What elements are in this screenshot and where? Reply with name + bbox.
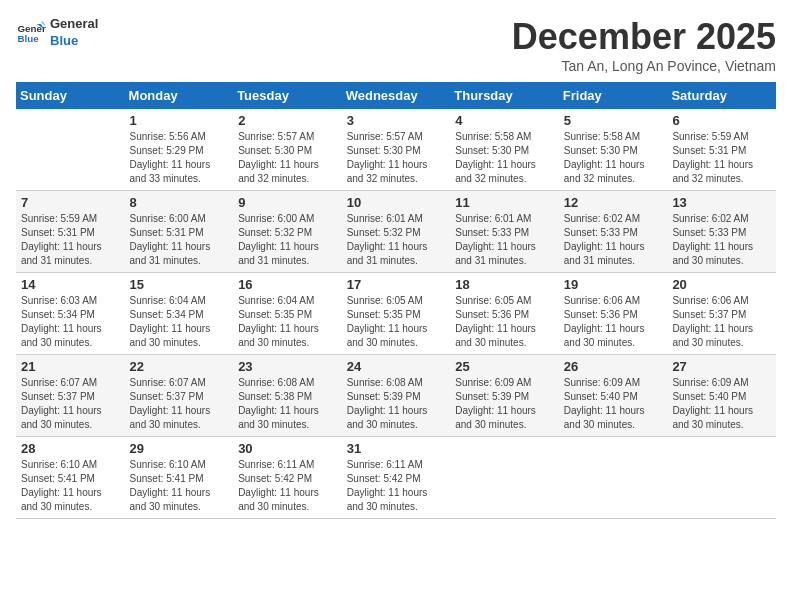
- day-number: 23: [238, 359, 337, 374]
- day-cell: 19Sunrise: 6:06 AM Sunset: 5:36 PM Dayli…: [559, 273, 668, 355]
- day-cell: 4Sunrise: 5:58 AM Sunset: 5:30 PM Daylig…: [450, 109, 559, 191]
- day-info: Sunrise: 6:11 AM Sunset: 5:42 PM Dayligh…: [347, 458, 446, 514]
- day-cell: 14Sunrise: 6:03 AM Sunset: 5:34 PM Dayli…: [16, 273, 125, 355]
- day-number: 28: [21, 441, 120, 456]
- day-cell: 6Sunrise: 5:59 AM Sunset: 5:31 PM Daylig…: [667, 109, 776, 191]
- day-info: Sunrise: 6:06 AM Sunset: 5:36 PM Dayligh…: [564, 294, 663, 350]
- day-number: 8: [130, 195, 229, 210]
- calendar-subtitle: Tan An, Long An Povince, Vietnam: [512, 58, 776, 74]
- logo-icon: General Blue: [16, 18, 46, 48]
- week-row-1: 1Sunrise: 5:56 AM Sunset: 5:29 PM Daylig…: [16, 109, 776, 191]
- day-number: 31: [347, 441, 446, 456]
- day-info: Sunrise: 6:01 AM Sunset: 5:33 PM Dayligh…: [455, 212, 554, 268]
- calendar-table: SundayMondayTuesdayWednesdayThursdayFrid…: [16, 82, 776, 519]
- day-cell: 13Sunrise: 6:02 AM Sunset: 5:33 PM Dayli…: [667, 191, 776, 273]
- day-info: Sunrise: 6:02 AM Sunset: 5:33 PM Dayligh…: [672, 212, 771, 268]
- day-number: 5: [564, 113, 663, 128]
- day-cell: [16, 109, 125, 191]
- day-number: 30: [238, 441, 337, 456]
- day-info: Sunrise: 6:05 AM Sunset: 5:36 PM Dayligh…: [455, 294, 554, 350]
- title-block: December 2025 Tan An, Long An Povince, V…: [512, 16, 776, 74]
- weekday-friday: Friday: [559, 82, 668, 109]
- day-number: 4: [455, 113, 554, 128]
- day-info: Sunrise: 6:04 AM Sunset: 5:34 PM Dayligh…: [130, 294, 229, 350]
- day-cell: 31Sunrise: 6:11 AM Sunset: 5:42 PM Dayli…: [342, 437, 451, 519]
- day-cell: 16Sunrise: 6:04 AM Sunset: 5:35 PM Dayli…: [233, 273, 342, 355]
- day-number: 24: [347, 359, 446, 374]
- day-info: Sunrise: 6:03 AM Sunset: 5:34 PM Dayligh…: [21, 294, 120, 350]
- day-cell: 21Sunrise: 6:07 AM Sunset: 5:37 PM Dayli…: [16, 355, 125, 437]
- day-info: Sunrise: 6:08 AM Sunset: 5:39 PM Dayligh…: [347, 376, 446, 432]
- day-info: Sunrise: 6:04 AM Sunset: 5:35 PM Dayligh…: [238, 294, 337, 350]
- week-row-4: 21Sunrise: 6:07 AM Sunset: 5:37 PM Dayli…: [16, 355, 776, 437]
- weekday-monday: Monday: [125, 82, 234, 109]
- day-info: Sunrise: 6:09 AM Sunset: 5:39 PM Dayligh…: [455, 376, 554, 432]
- day-info: Sunrise: 6:07 AM Sunset: 5:37 PM Dayligh…: [130, 376, 229, 432]
- weekday-thursday: Thursday: [450, 82, 559, 109]
- day-info: Sunrise: 5:59 AM Sunset: 5:31 PM Dayligh…: [672, 130, 771, 186]
- day-number: 21: [21, 359, 120, 374]
- day-number: 1: [130, 113, 229, 128]
- day-number: 14: [21, 277, 120, 292]
- day-info: Sunrise: 6:10 AM Sunset: 5:41 PM Dayligh…: [21, 458, 120, 514]
- day-cell: 5Sunrise: 5:58 AM Sunset: 5:30 PM Daylig…: [559, 109, 668, 191]
- day-info: Sunrise: 6:05 AM Sunset: 5:35 PM Dayligh…: [347, 294, 446, 350]
- day-cell: 25Sunrise: 6:09 AM Sunset: 5:39 PM Dayli…: [450, 355, 559, 437]
- day-number: 16: [238, 277, 337, 292]
- day-cell: 27Sunrise: 6:09 AM Sunset: 5:40 PM Dayli…: [667, 355, 776, 437]
- day-cell: [667, 437, 776, 519]
- logo: General Blue General Blue: [16, 16, 98, 50]
- day-cell: 23Sunrise: 6:08 AM Sunset: 5:38 PM Dayli…: [233, 355, 342, 437]
- day-info: Sunrise: 6:08 AM Sunset: 5:38 PM Dayligh…: [238, 376, 337, 432]
- day-info: Sunrise: 5:57 AM Sunset: 5:30 PM Dayligh…: [347, 130, 446, 186]
- day-number: 6: [672, 113, 771, 128]
- weekday-sunday: Sunday: [16, 82, 125, 109]
- day-info: Sunrise: 5:58 AM Sunset: 5:30 PM Dayligh…: [455, 130, 554, 186]
- week-row-3: 14Sunrise: 6:03 AM Sunset: 5:34 PM Dayli…: [16, 273, 776, 355]
- day-number: 3: [347, 113, 446, 128]
- day-number: 27: [672, 359, 771, 374]
- day-number: 26: [564, 359, 663, 374]
- weekday-header-row: SundayMondayTuesdayWednesdayThursdayFrid…: [16, 82, 776, 109]
- logo-text-line2: Blue: [50, 33, 98, 50]
- day-cell: [559, 437, 668, 519]
- day-cell: 18Sunrise: 6:05 AM Sunset: 5:36 PM Dayli…: [450, 273, 559, 355]
- day-info: Sunrise: 6:00 AM Sunset: 5:32 PM Dayligh…: [238, 212, 337, 268]
- day-info: Sunrise: 6:00 AM Sunset: 5:31 PM Dayligh…: [130, 212, 229, 268]
- day-cell: 17Sunrise: 6:05 AM Sunset: 5:35 PM Dayli…: [342, 273, 451, 355]
- day-cell: 26Sunrise: 6:09 AM Sunset: 5:40 PM Dayli…: [559, 355, 668, 437]
- day-info: Sunrise: 6:10 AM Sunset: 5:41 PM Dayligh…: [130, 458, 229, 514]
- day-cell: 15Sunrise: 6:04 AM Sunset: 5:34 PM Dayli…: [125, 273, 234, 355]
- day-number: 2: [238, 113, 337, 128]
- day-number: 25: [455, 359, 554, 374]
- day-info: Sunrise: 5:59 AM Sunset: 5:31 PM Dayligh…: [21, 212, 120, 268]
- week-row-5: 28Sunrise: 6:10 AM Sunset: 5:41 PM Dayli…: [16, 437, 776, 519]
- day-cell: 3Sunrise: 5:57 AM Sunset: 5:30 PM Daylig…: [342, 109, 451, 191]
- day-cell: 22Sunrise: 6:07 AM Sunset: 5:37 PM Dayli…: [125, 355, 234, 437]
- logo-text-line1: General: [50, 16, 98, 33]
- day-cell: 29Sunrise: 6:10 AM Sunset: 5:41 PM Dayli…: [125, 437, 234, 519]
- day-number: 22: [130, 359, 229, 374]
- weekday-tuesday: Tuesday: [233, 82, 342, 109]
- day-number: 9: [238, 195, 337, 210]
- day-number: 17: [347, 277, 446, 292]
- day-cell: 11Sunrise: 6:01 AM Sunset: 5:33 PM Dayli…: [450, 191, 559, 273]
- day-cell: 10Sunrise: 6:01 AM Sunset: 5:32 PM Dayli…: [342, 191, 451, 273]
- day-number: 15: [130, 277, 229, 292]
- day-cell: 9Sunrise: 6:00 AM Sunset: 5:32 PM Daylig…: [233, 191, 342, 273]
- weekday-saturday: Saturday: [667, 82, 776, 109]
- day-info: Sunrise: 6:11 AM Sunset: 5:42 PM Dayligh…: [238, 458, 337, 514]
- day-number: 11: [455, 195, 554, 210]
- day-info: Sunrise: 6:06 AM Sunset: 5:37 PM Dayligh…: [672, 294, 771, 350]
- day-cell: 7Sunrise: 5:59 AM Sunset: 5:31 PM Daylig…: [16, 191, 125, 273]
- day-info: Sunrise: 6:09 AM Sunset: 5:40 PM Dayligh…: [564, 376, 663, 432]
- day-cell: 12Sunrise: 6:02 AM Sunset: 5:33 PM Dayli…: [559, 191, 668, 273]
- day-info: Sunrise: 5:56 AM Sunset: 5:29 PM Dayligh…: [130, 130, 229, 186]
- day-cell: 30Sunrise: 6:11 AM Sunset: 5:42 PM Dayli…: [233, 437, 342, 519]
- calendar-body: 1Sunrise: 5:56 AM Sunset: 5:29 PM Daylig…: [16, 109, 776, 519]
- day-number: 18: [455, 277, 554, 292]
- day-info: Sunrise: 6:07 AM Sunset: 5:37 PM Dayligh…: [21, 376, 120, 432]
- day-cell: 28Sunrise: 6:10 AM Sunset: 5:41 PM Dayli…: [16, 437, 125, 519]
- day-info: Sunrise: 5:57 AM Sunset: 5:30 PM Dayligh…: [238, 130, 337, 186]
- day-info: Sunrise: 5:58 AM Sunset: 5:30 PM Dayligh…: [564, 130, 663, 186]
